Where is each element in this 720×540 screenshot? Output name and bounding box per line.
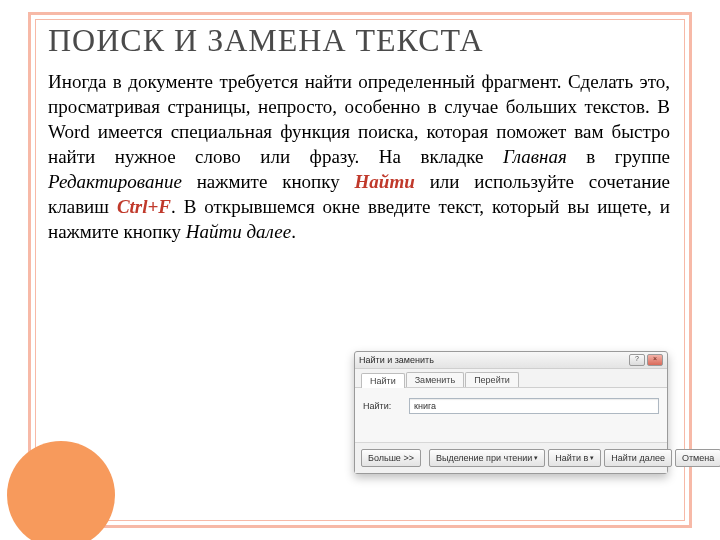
tab-find[interactable]: Найти (361, 373, 405, 388)
find-input-value: книга (414, 401, 436, 411)
chevron-down-icon: ▾ (534, 454, 538, 462)
body-paragraph: Иногда в документе требуется найти опред… (48, 69, 670, 245)
find-next-button[interactable]: Найти далее (604, 449, 672, 467)
highlight-button[interactable]: Выделение при чтении▾ (429, 449, 545, 467)
dialog-title: Найти и заменить (359, 355, 434, 365)
find-in-button[interactable]: Найти в▾ (548, 449, 601, 467)
more-button[interactable]: Больше >> (361, 449, 421, 467)
emph-tab-name: Главная (503, 146, 567, 167)
page-title: ПОИСК И ЗАМЕНА ТЕКСТА (48, 22, 670, 59)
text: нажмите кнопку (182, 171, 355, 192)
help-icon[interactable]: ? (629, 354, 645, 366)
find-input[interactable]: книга (409, 398, 659, 414)
emph-hotkey: Ctrl+F (117, 196, 171, 217)
tab-goto[interactable]: Перейти (465, 372, 519, 387)
dialog-titlebar[interactable]: Найти и заменить ? × (355, 352, 667, 369)
find-label: Найти: (363, 401, 403, 411)
dialog-tabs: Найти Заменить Перейти (355, 369, 667, 388)
find-replace-dialog: Найти и заменить ? × Найти Заменить Пере… (354, 351, 668, 474)
slide-content: ПОИСК И ЗАМЕНА ТЕКСТА Иногда в документе… (48, 22, 670, 245)
chevron-down-icon: ▾ (590, 454, 594, 462)
emph-find-next: Найти далее (186, 221, 291, 242)
close-icon[interactable]: × (647, 354, 663, 366)
emph-find: Найти (355, 171, 415, 192)
cancel-button[interactable]: Отмена (675, 449, 720, 467)
tab-replace[interactable]: Заменить (406, 372, 464, 387)
emph-group-name: Редактирование (48, 171, 182, 192)
text: . (291, 221, 296, 242)
decor-circle (7, 441, 115, 540)
text: в группе (567, 146, 670, 167)
